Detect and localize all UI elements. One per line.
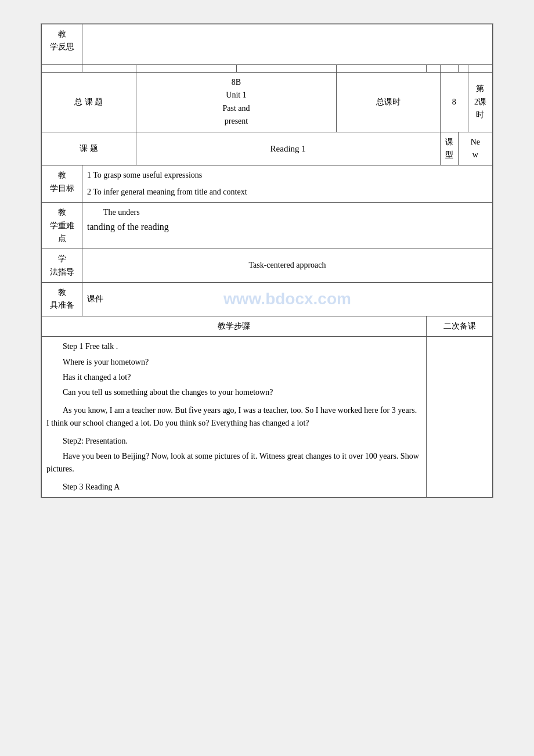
xuefazhidao-label: 学 法指导 bbox=[42, 249, 82, 283]
steps-header-col1: 教学步骤 bbox=[42, 316, 427, 336]
row-keti: 课 题 Reading 1 课 型 Ne w bbox=[42, 132, 493, 165]
row-zongketi: 总 课 题 8B Unit 1 Past and present 总课时 8 第… bbox=[42, 73, 493, 132]
jiaoxuemubiao-item2: 2 To infer general meaning from title an… bbox=[87, 186, 488, 199]
xuefazhidao-content: Task-centered approach bbox=[82, 249, 493, 283]
jiaojuzhunbei-label: 教 具准备 bbox=[42, 283, 82, 316]
zhongdian-line1: The unders bbox=[87, 206, 488, 219]
step1-title: Step 1 Free talk . bbox=[46, 340, 421, 353]
jiaojuzhunbei-text: 课件 bbox=[87, 294, 103, 303]
step1-para: As you know, I am a teacher now. But fiv… bbox=[46, 404, 421, 430]
row-jiaoxuemubiao: 教 学目标 1 To grasp some useful expressions… bbox=[42, 165, 493, 203]
row-jiaoxuefansi: 教 学反思 bbox=[42, 24, 493, 65]
total-hours-value: 8 bbox=[440, 73, 468, 132]
keti-type-value: Ne w bbox=[458, 132, 492, 165]
steps-header-col2: 二次备课 bbox=[427, 316, 493, 336]
keti-label: 课 题 bbox=[42, 132, 136, 165]
steps-main: Step 1 Free talk . Where is your hometow… bbox=[42, 337, 427, 498]
step1-q2: Has it changed a lot? bbox=[46, 371, 421, 384]
step2-para: Have you been to Beijing? Now, look at s… bbox=[46, 450, 421, 476]
step1-q1: Where is your hometown? bbox=[46, 356, 421, 369]
step1-q3: Can you tell us something about the chan… bbox=[46, 386, 421, 399]
jiaoxuemubiao-content: 1 To grasp some useful expressions 2 To … bbox=[82, 165, 493, 203]
row-zhongdian: 教 学重难 点 The unders tanding of the readin… bbox=[42, 203, 493, 249]
divider-row bbox=[42, 65, 493, 73]
watermark: www.bdocx.com bbox=[223, 286, 351, 312]
zhongdian-label: 教 学重难 点 bbox=[42, 203, 82, 249]
jiaoxuemubiao-label: 教 学目标 bbox=[42, 165, 82, 203]
lesson-hours-value: 第 2课时 bbox=[468, 73, 492, 132]
row-steps-content: Step 1 Free talk . Where is your hometow… bbox=[42, 337, 493, 498]
zongketi-label: 总 课 题 bbox=[42, 73, 136, 132]
keti-type-label: 课 型 bbox=[440, 132, 458, 165]
steps-secondary bbox=[427, 337, 493, 498]
jiaojuzhunbei-content: 课件 www.bdocx.com bbox=[82, 283, 493, 316]
row-jiaojuzhunbei: 教 具准备 课件 www.bdocx.com bbox=[42, 283, 493, 316]
step3-title: Step 3 Reading A bbox=[46, 481, 421, 494]
step2-title: Step2: Presentation. bbox=[46, 435, 421, 448]
keti-title: Reading 1 bbox=[136, 132, 440, 165]
jiaoxuefansi-label: 教 学反思 bbox=[42, 24, 82, 65]
total-hours-label: 总课时 bbox=[337, 73, 440, 132]
row-xuefazhidao: 学 法指导 Task-centered approach bbox=[42, 249, 493, 283]
jiaoxuemubiao-item1: 1 To grasp some useful expressions bbox=[87, 169, 488, 182]
jiaoxuefansi-content bbox=[82, 24, 493, 65]
unit-info: 8B Unit 1 Past and present bbox=[136, 73, 337, 132]
zhongdian-line2: tanding of the reading bbox=[87, 219, 488, 235]
row-steps-header: 教学步骤 二次备课 bbox=[42, 316, 493, 336]
zhongdian-content: The unders tanding of the reading bbox=[82, 203, 493, 249]
